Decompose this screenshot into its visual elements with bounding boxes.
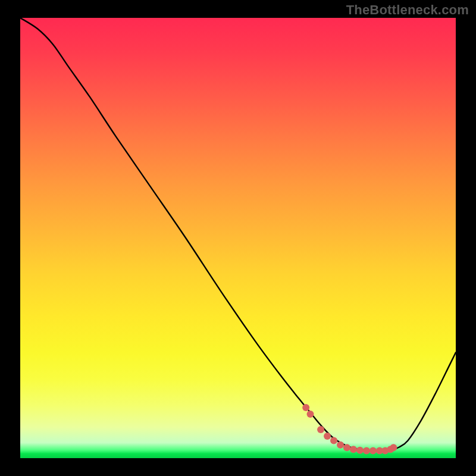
curve-dots [302,404,397,455]
curve-dot [363,447,370,454]
curve-dot [317,426,324,433]
curve-dot [390,444,397,451]
curve-dot [343,444,350,451]
curve-dot [350,446,357,453]
curve-dot [302,404,309,411]
chart-container: TheBottleneck.com [0,0,476,476]
watermark-text: TheBottleneck.com [346,2,469,18]
curve-dot [369,447,377,454]
bottleneck-curve [20,18,456,451]
curve-dot [337,441,344,449]
curve-dot [324,433,331,440]
curve-dot [307,411,314,418]
curve-dot [356,447,364,454]
curve-svg [20,18,456,458]
plot-area [20,18,456,458]
curve-dot [330,437,337,444]
